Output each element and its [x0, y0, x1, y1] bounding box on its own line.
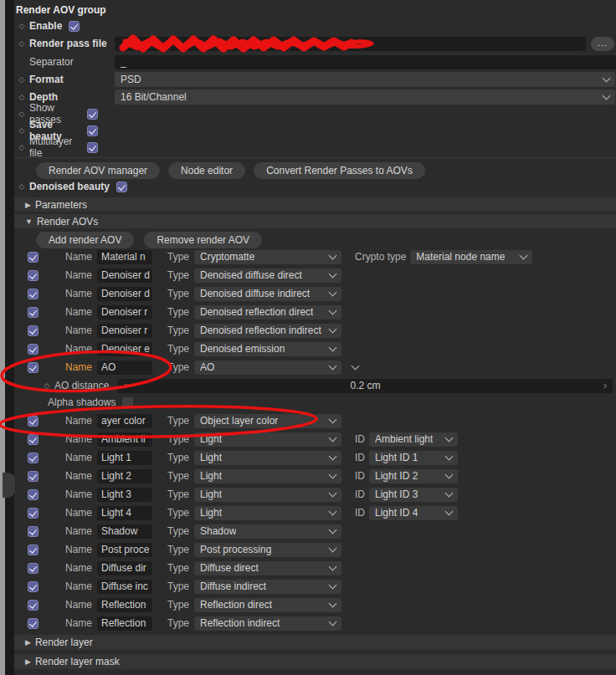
section-parameters[interactable]: ▶ Parameters [14, 197, 616, 212]
aov-enabled-checkbox[interactable] [28, 344, 38, 355]
render-aov-manager-button[interactable]: Render AOV manager [36, 162, 160, 179]
light-id-dropdown[interactable]: Light ID 1 [369, 451, 458, 465]
light-id-dropdown[interactable]: Light ID 2 [369, 469, 458, 483]
alpha-shadows-checkbox[interactable] [122, 397, 133, 408]
render-pass-file-input[interactable] [115, 37, 586, 51]
aov-name-input[interactable]: Denoiser d [97, 268, 152, 283]
aov-enabled-checkbox[interactable] [28, 434, 38, 445]
aov-name-input[interactable]: Light 2 [97, 469, 152, 483]
chevron-down-icon [329, 471, 337, 479]
aov-enabled-checkbox[interactable] [28, 471, 38, 482]
increment-arrow-icon[interactable]: › [598, 380, 613, 391]
aov-type-dropdown[interactable]: Light [194, 506, 341, 520]
convert-render-passes-button[interactable]: Convert Render Passes to AOVs [254, 162, 425, 179]
aov-type-dropdown[interactable]: Light [194, 488, 341, 502]
aov-name-input[interactable]: Post proce [97, 543, 152, 557]
aov-name-input[interactable]: Diffuse inc [97, 580, 152, 594]
aov-name-input[interactable]: Denoiser r [97, 324, 152, 338]
chevron-down-icon [329, 600, 337, 608]
show-passes-checkbox[interactable] [87, 109, 98, 120]
expand-chevron-icon[interactable] [352, 362, 360, 371]
aov-name-input[interactable]: Ambient li [97, 432, 152, 447]
aov-name-input[interactable]: Diffuse dir [97, 561, 152, 575]
aov-enabled-checkbox[interactable] [28, 289, 38, 299]
section-render-aovs[interactable]: ▼ Render AOVs [14, 214, 616, 228]
aov-name-input[interactable]: Light 3 [97, 488, 152, 502]
add-render-aov-button[interactable]: Add render AOV [36, 232, 134, 248]
aov-enabled-checkbox[interactable] [28, 453, 38, 463]
dropdown-value: Diffuse indirect [200, 580, 266, 592]
aov-enabled-checkbox[interactable] [28, 416, 38, 427]
name-label: Name [38, 488, 92, 500]
chevron-down-icon [329, 489, 337, 498]
aov-enabled-checkbox[interactable] [28, 600, 38, 611]
name-label: Name [38, 452, 92, 463]
depth-dropdown[interactable]: 16 Bit/Channel [115, 89, 615, 105]
section-render-layer[interactable]: ▶ Render layer [14, 635, 616, 650]
aov-type-dropdown[interactable]: Cryptomatte [194, 250, 341, 264]
aov-enabled-checkbox[interactable] [28, 563, 38, 574]
aov-name-input[interactable]: Denoiser e [97, 342, 152, 356]
aov-enabled-checkbox[interactable] [28, 252, 38, 263]
light-id-dropdown[interactable]: Ambient light [369, 432, 458, 447]
aov-name-input[interactable]: Denoiser d [97, 287, 152, 301]
aov-name-input[interactable]: AO [97, 361, 152, 375]
aov-name-input[interactable]: ayer color [97, 414, 152, 428]
aov-enabled-checkbox[interactable] [28, 270, 38, 281]
decrement-arrow-icon[interactable]: ‹ [118, 380, 133, 391]
multilayer-file-checkbox[interactable] [87, 142, 98, 153]
aov-type-dropdown[interactable]: Denoised diffuse indirect [194, 287, 341, 301]
aov-type-dropdown[interactable]: Light [194, 469, 341, 483]
panel-flyout-handle[interactable] [3, 473, 15, 498]
crypto-type-dropdown[interactable]: Material node name [410, 250, 532, 264]
enable-checkbox[interactable] [69, 21, 80, 32]
aov-type-dropdown[interactable]: Reflection direct [194, 598, 341, 612]
ao-distance-slider[interactable]: ‹ 0.2 cm › [118, 379, 613, 393]
aov-type-dropdown[interactable]: Denoised reflection indirect [194, 324, 341, 338]
aov-name-input[interactable]: Light 1 [97, 451, 152, 465]
aov-type-dropdown[interactable]: Diffuse indirect [194, 580, 341, 594]
type-label: Type [152, 580, 189, 592]
aov-name-input[interactable]: Reflection [97, 598, 152, 612]
aov-enabled-checkbox[interactable] [28, 489, 38, 500]
aov-name-input[interactable]: Light 4 [97, 506, 152, 520]
aov-name-input[interactable]: Material n [97, 250, 152, 264]
aov-type-dropdown[interactable]: Reflection indirect [194, 616, 341, 631]
aov-type-dropdown[interactable]: Shadow [194, 524, 341, 539]
format-dropdown[interactable]: PSD [115, 72, 615, 87]
chevron-down-icon [329, 270, 337, 279]
section-render-layer-mask[interactable]: ▶ Render layer mask [14, 654, 616, 669]
separator-input[interactable]: _ [115, 55, 616, 69]
aov-type-dropdown[interactable]: Light [194, 451, 341, 465]
aov-type-dropdown[interactable]: Post processing [194, 543, 341, 557]
browse-button[interactable]: ... [591, 37, 614, 51]
aov-enabled-checkbox[interactable] [28, 581, 38, 592]
denoised-beauty-checkbox[interactable] [116, 182, 127, 192]
aov-name-input[interactable]: Denoiser r [97, 305, 152, 320]
aov-type-dropdown[interactable]: AO [194, 361, 341, 375]
save-beauty-checkbox[interactable] [87, 125, 98, 136]
diamond-icon: ◇ [42, 381, 52, 390]
aov-type-dropdown[interactable]: Light [194, 432, 341, 447]
aov-enabled-checkbox[interactable] [28, 618, 38, 629]
aov-type-dropdown[interactable]: Diffuse direct [194, 561, 341, 575]
light-id-dropdown[interactable]: Light ID 4 [369, 506, 458, 520]
aov-enabled-checkbox[interactable] [28, 545, 38, 555]
aov-enabled-checkbox[interactable] [28, 508, 38, 519]
light-id-dropdown[interactable]: Light ID 3 [369, 488, 458, 502]
aov-type-dropdown[interactable]: Object layer color [194, 414, 341, 428]
aov-enabled-checkbox[interactable] [28, 307, 38, 318]
aov-enabled-checkbox[interactable] [28, 526, 38, 537]
aov-type-dropdown[interactable]: Denoised diffuse direct [194, 268, 341, 283]
aov-enabled-checkbox[interactable] [28, 362, 38, 373]
aov-type-dropdown[interactable]: Denoised emission [194, 342, 341, 356]
chevron-down-icon [329, 289, 337, 297]
aov-name-input[interactable]: Reflection [97, 616, 152, 631]
aov-enabled-checkbox[interactable] [28, 325, 38, 336]
aov-name-input[interactable]: Shadow [97, 524, 152, 539]
remove-render-aov-button[interactable]: Remove render AOV [144, 232, 262, 248]
aov-type-dropdown[interactable]: Denoised reflection direct [194, 305, 341, 320]
node-editor-button[interactable]: Node editor [168, 162, 245, 179]
aov-row-light: Name Light 3 Type Light ID Light ID 3 [14, 485, 616, 504]
type-label: Type [152, 544, 189, 555]
